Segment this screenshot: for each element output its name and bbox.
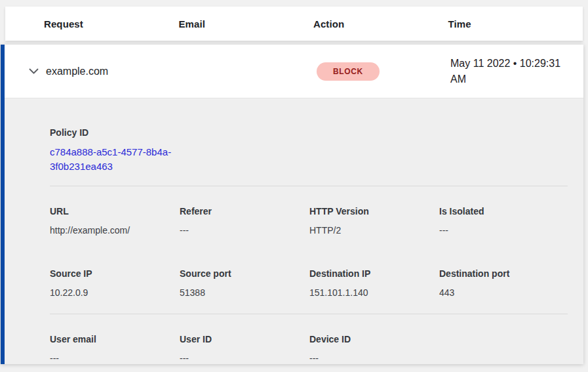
table-row[interactable]: example.com BLOCK May 11 2022 • 10:29:31…: [5, 45, 583, 98]
field-value: 51388: [180, 286, 309, 299]
time-cell: May 11 2022 • 10:29:31 AM: [450, 56, 568, 87]
field-label: Referer: [180, 205, 309, 218]
field-value: http://example.com/: [50, 224, 180, 237]
policy-id-label: Policy ID: [50, 126, 568, 139]
field-label: Destination port: [439, 267, 568, 280]
field-destination-port: Destination port 443: [439, 267, 568, 299]
log-detail-panel: Policy ID c784a888-a5c1-4577-8b4a-3f0b23…: [5, 98, 583, 364]
field-user-id: User ID ---: [180, 333, 309, 364]
action-block-badge: BLOCK: [317, 62, 380, 81]
field-label: HTTP Version: [309, 205, 439, 218]
field-value: ---: [439, 224, 568, 237]
field-value: 443: [439, 286, 568, 299]
field-value: ---: [309, 352, 439, 364]
field-label: Device ID: [309, 333, 439, 346]
field-value: ---: [180, 224, 309, 237]
column-header-time: Time: [448, 18, 583, 30]
field-value: ---: [180, 352, 309, 364]
field-label: User ID: [180, 333, 309, 346]
table-header: Request Email Action Time: [5, 7, 583, 41]
policy-id-section: Policy ID c784a888-a5c1-4577-8b4a-3f0b23…: [50, 126, 568, 174]
detail-row-http: URL http://example.com/ Referer --- HTTP…: [50, 205, 568, 237]
field-referer: Referer ---: [180, 205, 309, 237]
field-is-isolated: Is Isolated ---: [439, 205, 568, 237]
field-label: Destination IP: [309, 267, 439, 280]
field-destination-ip: Destination IP 151.101.1.140: [309, 267, 439, 299]
field-label: Source IP: [50, 267, 180, 280]
detail-row-user: User email --- User ID --- Device ID ---: [50, 333, 568, 364]
collapse-row-button[interactable]: [24, 45, 43, 98]
field-label: User email: [50, 333, 180, 346]
field-label: Is Isolated: [439, 205, 568, 218]
field-value: HTTP/2: [309, 224, 439, 237]
policy-id-link[interactable]: c784a888-a5c1-4577-8b4a-3f0b231ea463: [50, 145, 181, 174]
field-source-ip: Source IP 10.22.0.9: [50, 267, 180, 299]
field-device-id: Device ID ---: [309, 333, 439, 364]
column-header-action: Action: [313, 18, 448, 30]
field-source-port: Source port 51388: [180, 267, 309, 299]
divider: [50, 186, 568, 186]
field-label: URL: [50, 205, 180, 218]
field-label: Source port: [180, 267, 309, 280]
field-url: URL http://example.com/: [50, 205, 180, 237]
detail-row-network: Source IP 10.22.0.9 Source port 51388 De…: [50, 267, 568, 299]
log-detail-view: Request Email Action Time example.com BL…: [0, 0, 588, 372]
field-user-email: User email ---: [50, 333, 180, 364]
chevron-down-icon: [29, 68, 39, 74]
column-header-email: Email: [179, 18, 314, 30]
expanded-log-entry: example.com BLOCK May 11 2022 • 10:29:31…: [1, 45, 583, 364]
field-value: ---: [50, 352, 180, 364]
column-header-request: Request: [44, 18, 179, 30]
field-value: 10.22.0.9: [50, 286, 180, 299]
field-http-version: HTTP Version HTTP/2: [309, 205, 439, 237]
field-value: 151.101.1.140: [309, 286, 439, 299]
request-cell: example.com: [46, 45, 108, 98]
divider: [50, 314, 568, 314]
